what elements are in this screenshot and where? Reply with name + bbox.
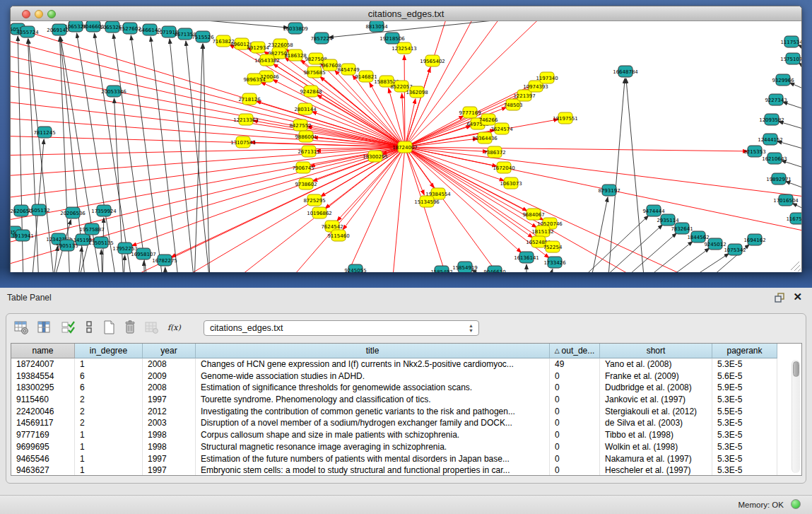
float-panel-icon[interactable] bbox=[774, 292, 785, 303]
table-cell[interactable]: Tibbo et al. (1998) bbox=[600, 429, 712, 441]
table-cell[interactable]: de Silva et al. (2003) bbox=[600, 417, 712, 429]
citation-edge-black[interactable] bbox=[203, 44, 210, 272]
graph-node[interactable]: 19575887 bbox=[79, 223, 105, 235]
memory-ok-indicator-icon[interactable] bbox=[791, 499, 801, 509]
citation-edge-black[interactable] bbox=[576, 216, 649, 272]
graph-node[interactable]: 6466140 bbox=[139, 24, 160, 35]
function-builder-button[interactable]: f(x) bbox=[165, 319, 183, 337]
table-cell[interactable]: 5.6E-5 bbox=[712, 370, 777, 382]
citation-edge-black[interactable] bbox=[792, 203, 801, 211]
table-cell[interactable]: Tourette syndrome. Phenomenology and cla… bbox=[196, 394, 550, 406]
table-cell[interactable]: Stergiakouli et al. (2012) bbox=[600, 406, 712, 418]
citation-edge-black[interactable] bbox=[785, 181, 801, 189]
table-row[interactable]: 1456911722003Disruption of a novel membe… bbox=[11, 417, 789, 429]
vertical-scrollbar[interactable] bbox=[792, 360, 800, 473]
citation-edge-black[interactable] bbox=[117, 21, 288, 28]
table-select-dropdown[interactable]: citations_edges.txt ▲▼ bbox=[204, 320, 479, 336]
table-cell[interactable]: 5.3E-5 bbox=[712, 358, 777, 370]
graph-node[interactable]: 9146821 bbox=[355, 71, 377, 82]
graph-node[interactable]: 746266 bbox=[479, 114, 498, 125]
table-cell[interactable]: Jankovic et al. (1997) bbox=[600, 394, 712, 406]
graph-node[interactable]: 1063073 bbox=[500, 177, 522, 189]
graph-node[interactable]: 17359924 bbox=[91, 205, 117, 216]
table-cell[interactable]: 9777169 bbox=[11, 429, 75, 441]
network-canvas[interactable]: 1872400771638228960128891293423226058982… bbox=[11, 21, 801, 272]
citation-edge-black[interactable] bbox=[28, 39, 54, 272]
table-cell[interactable]: 18724007 bbox=[11, 358, 75, 370]
graph-node[interactable]: 8793197 bbox=[598, 185, 620, 196]
citation-edge-black[interactable] bbox=[608, 78, 625, 272]
graph-node[interactable]: 15751074 bbox=[780, 53, 801, 64]
table-row[interactable]: 1938455462009Genome-wide association stu… bbox=[11, 370, 789, 382]
citation-edge-red[interactable] bbox=[320, 76, 405, 147]
graph-node[interactable]: 17016504 bbox=[773, 194, 799, 206]
table-cell[interactable]: 2008 bbox=[143, 382, 196, 394]
table-cell[interactable]: 9115460 bbox=[11, 394, 75, 406]
table-cell[interactable]: 1997 bbox=[143, 465, 196, 476]
citation-edge-black[interactable] bbox=[661, 248, 710, 272]
graph-node[interactable]: 2803144 bbox=[294, 103, 317, 115]
column-visibility-button[interactable] bbox=[35, 319, 53, 337]
graph-node[interactable]: 1362098 bbox=[406, 86, 428, 98]
graph-node[interactable]: 9875685 bbox=[303, 66, 325, 78]
citation-edge-red[interactable] bbox=[405, 21, 505, 147]
scrollbar-thumb[interactable] bbox=[793, 361, 799, 377]
table-cell[interactable]: Hescheler et al. (1997) bbox=[600, 465, 712, 476]
column-header-pagerank[interactable]: pagerank bbox=[712, 344, 777, 358]
table-cell[interactable]: Disruption of a novel member of a sodium… bbox=[196, 417, 550, 429]
graph-node[interactable]: 9046610 bbox=[483, 266, 505, 272]
table-cell[interactable]: 5.3E-5 bbox=[712, 394, 777, 406]
graph-node[interactable]: 15854919 bbox=[452, 262, 478, 272]
table-cell[interactable]: 5.9E-5 bbox=[712, 382, 777, 394]
citation-edge-red[interactable] bbox=[117, 147, 405, 272]
citation-edge-red[interactable] bbox=[11, 68, 405, 147]
table-row[interactable]: 1830029562008Estimation of significance … bbox=[11, 382, 789, 394]
citation-edge-black[interactable] bbox=[777, 141, 801, 150]
graph-node[interactable]: 8813054 bbox=[365, 21, 388, 32]
graph-node[interactable]: 9245055 bbox=[344, 264, 366, 272]
table-cell[interactable]: 1 bbox=[75, 465, 143, 476]
table-cell[interactable]: Yano et al. (2008) bbox=[600, 358, 712, 370]
citation-edge-red[interactable] bbox=[11, 100, 405, 147]
table-cell[interactable]: Structural magnetic resonance image aver… bbox=[196, 441, 550, 453]
citation-edge-black[interactable] bbox=[78, 247, 82, 272]
graph-node[interactable]: 16210643 bbox=[762, 153, 787, 164]
table-cell[interactable]: 2008 bbox=[143, 358, 196, 370]
citation-edge-red[interactable] bbox=[11, 136, 405, 147]
citation-edge-red[interactable] bbox=[392, 147, 405, 272]
citation-edge-black[interactable] bbox=[618, 233, 676, 272]
graph-node[interactable]: 4671358 bbox=[174, 28, 196, 40]
graph-node[interactable]: 16648784 bbox=[613, 66, 638, 77]
graph-node[interactable]: 1694162 bbox=[743, 234, 765, 245]
graph-node[interactable]: 2620650 bbox=[11, 205, 33, 216]
citation-edge-black[interactable] bbox=[779, 122, 801, 130]
table-cell[interactable]: Estimation of significance thresholds fo… bbox=[196, 382, 550, 394]
create-table-button[interactable] bbox=[100, 319, 118, 337]
table-cell[interactable]: 22420046 bbox=[11, 406, 75, 418]
citation-edge-black[interactable] bbox=[782, 160, 801, 169]
table-cell[interactable]: 2012 bbox=[143, 406, 196, 418]
table-cell[interactable]: Embryonic stem cells: a model to study s… bbox=[196, 465, 550, 476]
column-header-year[interactable]: year bbox=[143, 344, 196, 358]
delete-table-button[interactable] bbox=[121, 319, 139, 337]
table-cell[interactable]: 2 bbox=[75, 394, 143, 406]
table-cell[interactable]: 5.3E-5 bbox=[712, 417, 777, 429]
graph-node[interactable]: 2718126 bbox=[238, 93, 261, 105]
citation-edge-red[interactable] bbox=[405, 147, 505, 272]
table-cell[interactable]: 0 bbox=[550, 370, 600, 382]
table-row[interactable]: 977716911998Corpus callosum shape and si… bbox=[11, 429, 789, 441]
table-cell[interactable]: 1997 bbox=[143, 394, 196, 406]
citation-edge-black[interactable] bbox=[194, 44, 203, 272]
graph-node[interactable]: 1167534 bbox=[786, 213, 801, 224]
table-cell[interactable]: 1 bbox=[75, 358, 143, 370]
graph-node[interactable]: 10196862 bbox=[307, 207, 332, 218]
citation-edge-black[interactable] bbox=[789, 83, 801, 90]
table-cell[interactable]: 1 bbox=[75, 429, 143, 441]
graph-node[interactable]: 9227343 bbox=[765, 94, 787, 105]
table-cell[interactable]: Genome-wide association studies in ADHD. bbox=[196, 370, 550, 382]
graph-node[interactable]: 20053346 bbox=[101, 86, 126, 97]
table-cell[interactable]: 5.3E-5 bbox=[712, 429, 777, 441]
graph-node[interactable]: 18197551 bbox=[553, 112, 578, 124]
table-cell[interactable]: 18300295 bbox=[11, 382, 75, 394]
table-cell[interactable]: 0 bbox=[550, 453, 600, 465]
